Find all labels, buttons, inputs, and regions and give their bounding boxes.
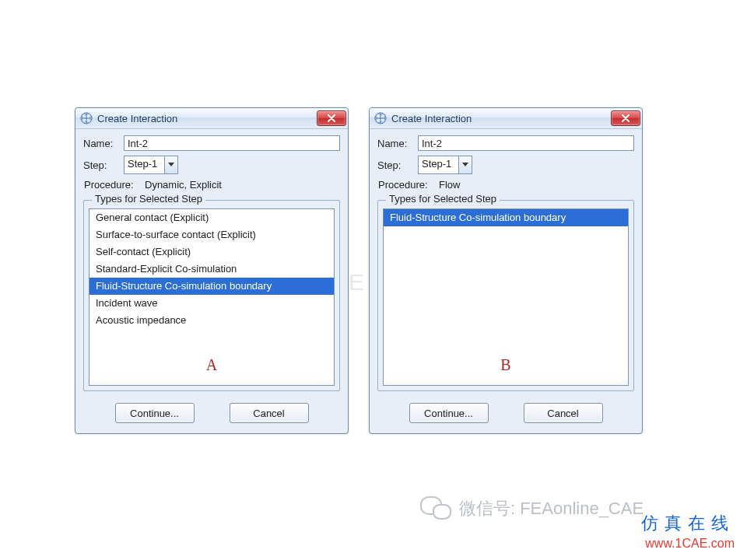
wechat-watermark: 微信号: FEAonline_CAE <box>420 495 644 523</box>
step-row: Step: Step-1 <box>83 156 340 174</box>
brand-name-cn: 仿真在线 <box>641 512 735 535</box>
procedure-value: Dynamic, Explicit <box>145 179 222 191</box>
dialog-create-interaction-a: Create Interaction Name: Step: Step-1 Pr… <box>75 107 349 434</box>
brand-watermark: 仿真在线 www.1CAE.com <box>641 512 735 551</box>
list-item[interactable]: Standard-Explicit Co-simulation <box>89 261 334 278</box>
step-label: Step: <box>83 159 124 171</box>
list-item[interactable]: Self-contact (Explicit) <box>89 243 334 261</box>
cancel-button[interactable]: Cancel <box>524 403 603 423</box>
close-icon <box>327 114 336 122</box>
dialog-create-interaction-b: Create Interaction Name: Step: Step-1 Pr… <box>369 107 643 434</box>
step-value: Step-1 <box>124 156 164 173</box>
list-item[interactable]: Incident wave <box>89 295 334 312</box>
list-item[interactable]: General contact (Explicit) <box>89 209 334 226</box>
wechat-id: FEAonline_CAE <box>520 499 644 519</box>
procedure-label: Procedure: <box>378 179 439 191</box>
app-icon <box>374 112 387 124</box>
wechat-icon <box>420 495 451 523</box>
types-listbox-b[interactable]: Fluid-Structure Co-simulation boundaryB <box>383 208 629 386</box>
name-row: Name: <box>377 135 634 151</box>
step-label: Step: <box>377 159 418 171</box>
figure-label-a: A <box>206 356 217 374</box>
list-item[interactable]: Fluid-Structure Co-simulation boundary <box>384 209 628 226</box>
name-label: Name: <box>377 138 418 149</box>
procedure-row: Procedure: Flow <box>377 179 634 191</box>
cancel-button[interactable]: Cancel <box>230 403 309 423</box>
name-label: Name: <box>83 138 124 149</box>
dialog-title: Create Interaction <box>391 113 611 124</box>
dialog-body: Name: Step: Step-1 Procedure: Dynamic, E… <box>75 129 348 396</box>
procedure-value: Flow <box>439 179 460 191</box>
name-input[interactable] <box>124 135 340 151</box>
types-groupbox: Types for Selected Step General contact … <box>83 200 340 391</box>
procedure-label: Procedure: <box>84 179 145 191</box>
step-row: Step: Step-1 <box>377 156 634 174</box>
close-button[interactable] <box>317 110 346 126</box>
dialog-buttons: Continue... Cancel <box>370 396 642 433</box>
titlebar[interactable]: Create Interaction <box>370 108 642 129</box>
app-icon <box>80 112 93 124</box>
name-row: Name: <box>83 135 340 151</box>
dialog-buttons: Continue... Cancel <box>75 396 348 433</box>
figure-label-b: B <box>500 356 510 374</box>
groupbox-caption: Types for Selected Step <box>92 193 205 205</box>
procedure-row: Procedure: Dynamic, Explicit <box>83 179 340 191</box>
wechat-prefix: 微信号: <box>459 497 515 520</box>
step-select[interactable]: Step-1 <box>418 156 472 174</box>
types-groupbox: Types for Selected Step Fluid-Structure … <box>377 200 634 391</box>
dialog-body: Name: Step: Step-1 Procedure: Flow Types… <box>370 129 642 396</box>
list-item[interactable]: Surface-to-surface contact (Explicit) <box>89 226 334 243</box>
titlebar[interactable]: Create Interaction <box>75 108 348 129</box>
continue-button[interactable]: Continue... <box>409 403 489 423</box>
groupbox-caption: Types for Selected Step <box>386 193 500 205</box>
name-input[interactable] <box>418 135 634 151</box>
brand-url: www.1CAE.com <box>641 537 735 551</box>
chevron-down-icon <box>164 156 177 173</box>
close-button[interactable] <box>611 110 640 126</box>
list-item[interactable]: Fluid-Structure Co-simulation boundary <box>89 278 334 295</box>
chevron-down-icon <box>458 156 472 173</box>
continue-button[interactable]: Continue... <box>115 403 195 423</box>
dialog-title: Create Interaction <box>97 113 317 124</box>
step-select[interactable]: Step-1 <box>124 156 178 174</box>
step-value: Step-1 <box>419 156 458 173</box>
close-icon <box>621 114 630 122</box>
list-item[interactable]: Acoustic impedance <box>89 312 334 329</box>
types-listbox-a[interactable]: General contact (Explicit)Surface-to-sur… <box>89 208 335 386</box>
